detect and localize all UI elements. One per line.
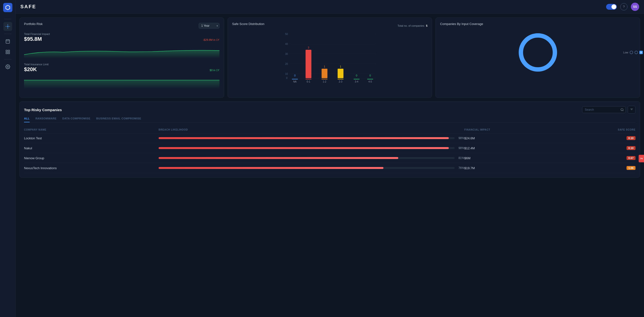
financial-impact-section: Total Financial Impact $95.8M -$29.8M in… — [24, 32, 220, 59]
filter-icon — [630, 108, 633, 111]
legend-dot-empty-1 — [630, 51, 633, 54]
sidebar-item-grid[interactable] — [4, 47, 12, 56]
theme-toggle[interactable] — [606, 4, 617, 10]
table-row: NexusTech Innovations 76% $19.7M 1.06 — [24, 163, 636, 173]
legend-value-badge: 8 — [640, 51, 643, 54]
insurance-limit-change: $0 in 1Y — [210, 69, 219, 72]
insurance-limit-row: $20K $0 in 1Y — [24, 66, 220, 73]
sidebar-divider-3 — [4, 59, 12, 59]
financial-impact-row: $95.8M -$29.8M in 1Y — [24, 36, 220, 42]
portfolio-risk-card: Portfolio Risk 1 Year 6 Months 3 Months … — [20, 17, 224, 98]
col-financial-impact: FINANCIAL IMPACT — [464, 126, 550, 133]
svg-text:NA: NA — [293, 80, 296, 83]
breach-likelihood-cell: 76% — [158, 163, 464, 173]
company-name-cell: Nakul — [24, 143, 158, 153]
breach-likelihood-cell: 98% — [158, 143, 464, 153]
svg-text:1: 1 — [340, 65, 341, 68]
search-input[interactable] — [582, 106, 626, 113]
tab-bec[interactable]: BUSINESS EMAIL COMPROMISE — [96, 117, 141, 122]
sidebar-item-settings[interactable] — [4, 62, 12, 71]
svg-point-6 — [7, 66, 8, 67]
svg-text:1-2: 1-2 — [323, 80, 326, 83]
companies-by-coverage-card: Companies By Input Coverage Low 8 — [436, 17, 640, 98]
portfolio-risk-title: Portfolio Risk — [24, 22, 43, 26]
svg-rect-7 — [24, 80, 220, 89]
table-title: Top Risky Companies — [24, 108, 62, 112]
financial-impact-cell: $12.4M — [464, 143, 550, 153]
tab-data-compromise[interactable]: DATA COMPROMISE — [62, 117, 90, 122]
search-input-wrap — [582, 106, 626, 113]
svg-text:30: 30 — [285, 53, 288, 55]
donut-chart — [516, 30, 560, 74]
svg-rect-3 — [8, 50, 10, 52]
coverage-legend-low: Low — [623, 51, 628, 54]
svg-text:1: 1 — [324, 65, 325, 68]
svg-point-44 — [621, 108, 623, 111]
bar-chart-svg: 50 40 30 20 10 0 0 NA — [232, 31, 428, 85]
tab-ransomware[interactable]: RANSOMWARE — [36, 117, 56, 122]
breach-likelihood-cell: 81% — [158, 153, 464, 163]
svg-text:50: 50 — [285, 33, 288, 35]
top-risky-companies-card: Top Risky Companies — [20, 101, 640, 178]
safe-score-cell: 0.67 — [550, 153, 636, 163]
financial-impact-cell: $6M — [464, 153, 550, 163]
total-companies-value: 5 — [426, 24, 428, 27]
svg-text:0: 0 — [294, 74, 296, 77]
tab-all[interactable]: ALL — [24, 117, 30, 122]
svg-text:3: 3 — [308, 46, 309, 49]
insurance-limit-section: Total Insurance Limit $20K $0 in 1Y — [24, 63, 220, 89]
safe-score-cell: 0.10 — [550, 133, 636, 143]
table-header: Top Risky Companies — [24, 106, 636, 114]
insurance-limit-label: Total Insurance Limit — [24, 63, 220, 66]
main-area: SAFE ? SS Portfolio Risk 1 Year 6 Months — [16, 0, 644, 317]
period-select-wrap: 1 Year 6 Months 3 Months — [199, 23, 220, 29]
header: SAFE ? SS — [16, 0, 644, 13]
svg-rect-4 — [6, 52, 7, 54]
legend-dot-empty-2 — [634, 51, 638, 54]
filter-button[interactable] — [628, 106, 636, 114]
svg-point-43 — [521, 35, 555, 69]
search-icon — [620, 108, 624, 111]
table-row: Lockton Test 98% $24.6M 0.10 — [24, 133, 636, 143]
col-company-name: COMPANY NAME — [24, 126, 158, 133]
safe-score-cell: 1.06 — [550, 163, 636, 173]
svg-rect-28 — [322, 69, 327, 78]
sidebar-item-calendar[interactable] — [4, 37, 12, 46]
sidebar — [0, 0, 16, 317]
svg-text:4-5: 4-5 — [368, 80, 372, 83]
side-tab[interactable]: Z — [639, 155, 644, 162]
financial-impact-chart — [24, 44, 220, 58]
sidebar-item-dashboard[interactable] — [4, 22, 12, 31]
svg-text:2-3: 2-3 — [339, 80, 342, 83]
safe-score-distribution-card: Safe Score Distribution Total no. of com… — [228, 17, 432, 98]
financial-impact-label: Total Financial Impact — [24, 32, 220, 35]
svg-point-0 — [7, 26, 8, 27]
table-row: Nienow Group 81% $6M 0.67 — [24, 153, 636, 163]
svg-rect-1 — [6, 39, 10, 43]
insurance-limit-chart — [24, 74, 220, 89]
company-name-cell: NexusTech Innovations — [24, 163, 158, 173]
svg-text:0: 0 — [369, 74, 371, 77]
header-right: ? SS — [606, 3, 639, 11]
financial-impact-cell: $24.6M — [464, 133, 550, 143]
safe-score-cell: 0.10 — [550, 143, 636, 153]
help-button[interactable]: ? — [620, 3, 628, 10]
svg-rect-5 — [8, 52, 10, 54]
filter-tabs: ALL RANSOMWARE DATA COMPROMISE BUSINESS … — [24, 117, 636, 123]
app-logo[interactable] — [3, 3, 12, 12]
svg-text:20: 20 — [285, 63, 288, 65]
companies-table: COMPANY NAME BREACH LIKELIHOOD FINANCIAL… — [24, 126, 636, 173]
col-safe-score: SAFE SCORE — [550, 126, 636, 133]
svg-text:0: 0 — [356, 74, 357, 77]
svg-text:10: 10 — [285, 73, 288, 75]
header-logo: SAFE — [20, 4, 36, 9]
svg-rect-2 — [6, 50, 7, 52]
total-companies-label: Total no. of companies 5 — [398, 24, 428, 27]
top-cards-row: Portfolio Risk 1 Year 6 Months 3 Months … — [20, 17, 640, 98]
coverage-title: Companies By Input Coverage — [440, 22, 483, 26]
period-select[interactable]: 1 Year 6 Months 3 Months — [199, 23, 220, 29]
financial-impact-value: $95.8M — [24, 36, 42, 42]
sidebar-divider-1 — [4, 19, 12, 19]
avatar[interactable]: SS — [631, 3, 639, 11]
insurance-limit-value: $20K — [24, 66, 37, 73]
